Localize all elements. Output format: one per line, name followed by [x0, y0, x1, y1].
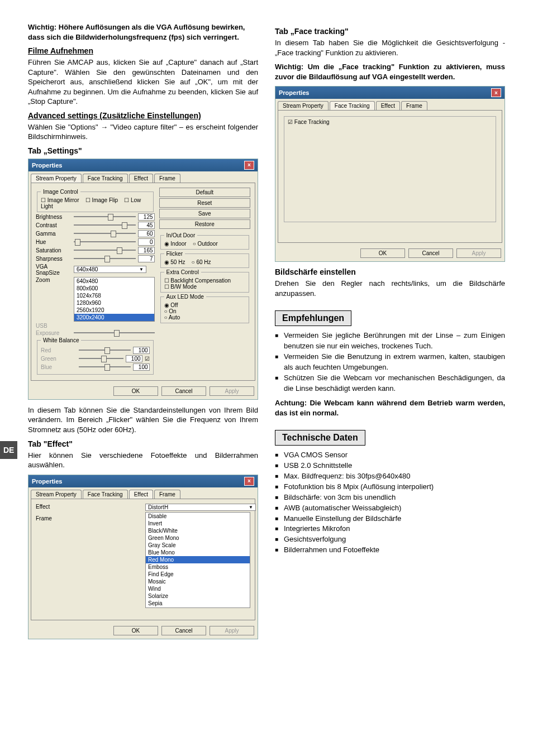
indoor-radio[interactable]: Indoor	[164, 241, 187, 247]
contrast-slider[interactable]	[74, 224, 136, 226]
list-item[interactable]: Invert	[146, 520, 250, 527]
list-item[interactable]: Wind	[146, 585, 250, 592]
red-slider[interactable]	[79, 350, 131, 351]
list-item[interactable]: Disable	[146, 513, 250, 520]
exposure-slider	[74, 332, 155, 333]
face-tracking-check[interactable]: Face Tracking	[288, 119, 330, 125]
list-item[interactable]: Green Mono	[146, 534, 250, 542]
vga-snap-combo[interactable]: 640x480▼	[74, 266, 146, 273]
list-item[interactable]: Solarize	[146, 592, 250, 600]
hue-slider[interactable]	[74, 241, 136, 242]
white-balance-legend: White Balance	[41, 337, 81, 343]
usb-label: USB	[36, 323, 72, 329]
list-item[interactable]: Red Mono	[146, 556, 250, 563]
list-item[interactable]: Gray Scale	[146, 542, 250, 549]
cancel-button[interactable]: Cancel	[161, 626, 206, 635]
tab-stream[interactable]: Stream Property	[278, 101, 329, 110]
tab-effect[interactable]: Effect	[129, 490, 153, 499]
image-mirror-check[interactable]: Image Mirror	[41, 197, 79, 203]
tab-settings-title: Tab „Settings"	[28, 146, 258, 155]
list-item[interactable]: Blue Mono	[146, 549, 250, 556]
tab-face-title: Tab „Face tracking"	[275, 27, 505, 36]
green-value: 100	[126, 355, 142, 362]
apply-button[interactable]: Apply	[456, 248, 501, 258]
list-item[interactable]: Bathroom	[146, 607, 250, 608]
apply-button[interactable]: Apply	[210, 626, 254, 635]
close-icon[interactable]: ×	[244, 161, 254, 170]
image-control-legend: Image Control	[41, 189, 80, 195]
tab-face[interactable]: Face Tracking	[330, 101, 375, 110]
settings-dialog: Properties × Stream Property Face Tracki…	[28, 159, 258, 400]
close-icon[interactable]: ×	[491, 88, 501, 97]
contrast-label: Contrast	[36, 222, 72, 228]
green-slider[interactable]	[79, 358, 123, 359]
hue-value: 0	[138, 238, 155, 246]
bw-check[interactable]: B/W Mode	[164, 284, 197, 290]
list-item[interactable]: Find Edge	[146, 571, 250, 578]
resolution-note: Wichtig: Höhere Auflösungen als die VGA …	[28, 22, 258, 42]
list-item[interactable]: Mosaic	[146, 578, 250, 585]
sharpness-slider[interactable]	[74, 258, 136, 259]
tab-frame[interactable]: Frame	[154, 174, 180, 183]
wb-auto-check[interactable]	[145, 356, 150, 362]
blue-value: 100	[133, 363, 150, 371]
tab-effect[interactable]: Effect	[129, 174, 153, 183]
list-item: VGA CMOS Sensor	[275, 450, 505, 461]
list-item[interactable]: Sepia	[146, 600, 250, 607]
restore-button[interactable]: Restore	[159, 219, 250, 229]
blue-slider[interactable]	[79, 366, 131, 367]
save-button[interactable]: Save	[159, 209, 250, 218]
apply-button[interactable]: Apply	[210, 386, 254, 396]
default-button[interactable]: Default	[159, 188, 250, 197]
tab-effect[interactable]: Effect	[376, 101, 400, 110]
tab-stream[interactable]: Stream Property	[31, 490, 82, 499]
filme-body: Führen Sie AMCAP aus, klicken Sie auf „C…	[28, 58, 258, 107]
green-label: Green	[41, 356, 77, 362]
filme-title: Filme Aufnehmen	[28, 46, 258, 55]
list-item: Fotofunktion bis 8 Mpix (Auflösung inter…	[275, 482, 505, 492]
cancel-button[interactable]: Cancel	[161, 386, 206, 396]
flicker-60-radio[interactable]: 60 Hz	[192, 259, 211, 265]
gamma-slider[interactable]	[74, 233, 136, 234]
saturation-label: Saturation	[36, 247, 72, 253]
saturation-slider[interactable]	[74, 250, 136, 251]
tech-data-list: VGA CMOS SensorUSB 2.0 SchnittstelleMax.…	[275, 450, 505, 555]
chevron-down-icon: ▼	[139, 267, 144, 272]
inout-legend: In/Out Door	[164, 232, 198, 238]
close-icon[interactable]: ×	[244, 477, 254, 486]
red-value: 100	[133, 347, 150, 354]
snap-size-list[interactable]: 640x480 800x600 1024x768 1280x960 2560x1…	[74, 277, 155, 322]
tab-frame[interactable]: Frame	[401, 101, 427, 110]
tab-face[interactable]: Face Tracking	[83, 490, 128, 499]
ok-button[interactable]: OK	[360, 248, 405, 258]
outdoor-radio[interactable]: Outdoor	[193, 241, 218, 247]
effect-body: Hier können Sie verschiedene Fotoeffekte…	[28, 451, 258, 470]
effect-combo[interactable]: DistortH▼	[145, 504, 256, 511]
cancel-button[interactable]: Cancel	[408, 248, 453, 258]
hue-label: Hue	[36, 239, 72, 245]
brightness-slider[interactable]	[74, 216, 136, 217]
warm-warning: Achtung: Die Webcam kann während dem Bet…	[275, 398, 505, 418]
effect-list[interactable]: DisableInvertBlack/WhiteGreen MonoGray S…	[145, 512, 250, 608]
image-flip-check[interactable]: Image Flip	[85, 197, 118, 203]
sharpness-title: Bildschärfe einstellen	[275, 267, 505, 276]
vga-snap-label: VGA SnapSize	[36, 264, 72, 276]
list-item: Bildschärfe: von 3cm bis unendlich	[275, 492, 505, 503]
led-on-radio[interactable]: On	[164, 308, 177, 314]
ok-button[interactable]: OK	[113, 386, 158, 396]
flicker-50-radio[interactable]: 50 Hz	[164, 259, 185, 265]
list-item[interactable]: Emboss	[146, 563, 250, 571]
led-off-radio[interactable]: Off	[164, 302, 178, 308]
ok-button[interactable]: OK	[113, 626, 158, 635]
list-item: Schützen Sie die Webcam vor mechanischen…	[275, 373, 505, 394]
face-body: In diesem Tab haben Sie die Möglichkeit …	[275, 38, 505, 58]
reset-button[interactable]: Reset	[159, 198, 250, 208]
recommendations-title: Empfehlungen	[275, 310, 351, 326]
led-auto-radio[interactable]: Auto	[164, 314, 180, 320]
list-item[interactable]: Black/White	[146, 527, 250, 534]
tab-stream[interactable]: Stream Property	[31, 174, 82, 183]
tab-face[interactable]: Face Tracking	[83, 174, 128, 183]
red-label: Red	[41, 347, 77, 353]
backlight-check[interactable]: Backlight Compensation	[164, 277, 231, 284]
tab-frame[interactable]: Frame	[154, 490, 180, 499]
